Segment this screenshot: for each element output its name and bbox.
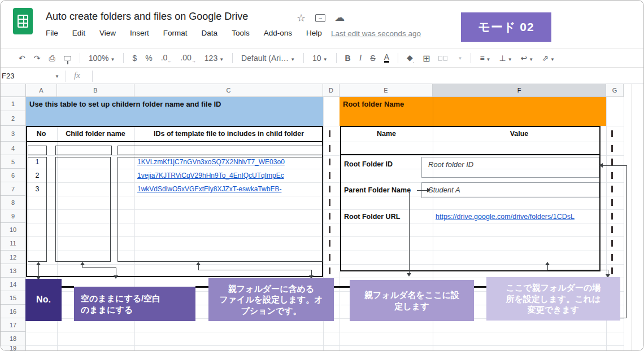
row-header-6[interactable]: 6 [1, 169, 26, 182]
annotation-no: No. [25, 279, 62, 321]
right-table-banner-cell[interactable]: Root folder Name [340, 97, 606, 126]
column-header-e[interactable]: E [340, 84, 433, 97]
row-header-18[interactable]: 18 [1, 332, 26, 345]
sheets-logo-icon[interactable] [13, 8, 33, 34]
right-table-header-rule [340, 154, 601, 155]
paint-format-icon[interactable] [64, 56, 71, 60]
left-table-header-rule [26, 141, 323, 142]
redo-icon[interactable]: ↷ [34, 54, 41, 63]
mode-badge: モード 02 [461, 12, 551, 42]
row-header-8[interactable]: 8 [1, 196, 26, 209]
increase-decimal-button[interactable]: .00→ [180, 53, 195, 64]
horizontal-align-icon[interactable]: ≡▼ [480, 54, 490, 63]
menu-item-edit[interactable]: Edit [72, 29, 85, 37]
menu-item-add-ons[interactable]: Add-ons [264, 29, 292, 37]
parent-folder-name-value[interactable]: Student A [428, 186, 460, 194]
star-icon[interactable]: ☆ [297, 12, 306, 24]
select-all-corner[interactable] [1, 84, 26, 97]
vertical-align-icon[interactable]: ⊥▼ [499, 54, 512, 63]
template-file-link-2[interactable]: 1vejia7KJTRViCqV29hHn9To_4EnIQcUTqImpEc [137, 172, 321, 179]
last-edit-status[interactable]: Last edit was seconds ago [331, 29, 421, 38]
row-header-15[interactable]: 15 [1, 291, 26, 305]
cloud-status-icon: ☁ [334, 11, 345, 24]
template-file-link-1[interactable]: 1KVLzmKf1jC7nGVn3xoSQ7X2NhlvT7_WE03o0 [137, 158, 321, 166]
zoom-select[interactable]: 100%▼ [89, 54, 115, 63]
column-header-c[interactable]: C [134, 84, 323, 97]
annotation-parent-name: 親フォルダ名をここに設 定します [350, 280, 474, 321]
spreadsheet-grid[interactable]: Use this table to set up childern folder… [1, 84, 644, 351]
row-header-9[interactable]: 9 [1, 209, 26, 223]
annotation-chain [62, 286, 74, 288]
strikethrough-button[interactable]: S [370, 54, 375, 63]
row-header-5[interactable]: 5 [1, 155, 26, 169]
root-folder-id-value[interactable]: Root folder ID [428, 160, 473, 169]
text-rotation-icon[interactable]: ⇗▼ [542, 54, 555, 63]
name-box-caret-icon[interactable]: ▼ [55, 74, 59, 79]
bold-button[interactable]: B [345, 54, 351, 63]
right-table-border [340, 126, 601, 271]
menu-item-format[interactable]: Format [163, 29, 188, 37]
column-header-b[interactable]: B [57, 84, 134, 97]
document-title[interactable]: Auto create folders and files on Google … [46, 11, 248, 23]
text-wrap-icon[interactable]: ↩▼ [521, 54, 534, 63]
font-select[interactable]: Default (Ari…▼ [241, 54, 295, 63]
row-header-3[interactable]: 3 [1, 126, 26, 142]
row-header-2[interactable]: 2 [1, 111, 26, 126]
borders-icon[interactable]: ⊞ [423, 53, 430, 64]
menu-item-data[interactable]: Data [202, 29, 218, 37]
fill-color-icon[interactable]: ◆. [407, 53, 414, 64]
sheet-right-edge [632, 84, 632, 351]
menu-item-view[interactable]: View [99, 29, 116, 37]
menu-item-insert[interactable]: Insert [130, 29, 149, 37]
menu-item-file[interactable]: File [46, 29, 58, 37]
column-header-d[interactable]: D [323, 84, 340, 97]
text-color-button[interactable]: A [384, 54, 389, 63]
row-no-2[interactable]: 2 [36, 172, 40, 179]
annotation-files-option: 親フォルダーに含める ファイルを設定します。オ プションです。 [208, 278, 334, 321]
row-no-3[interactable]: 3 [36, 185, 40, 193]
header-template-ids: IDs of template file to includes in chil… [154, 130, 304, 138]
label-root-folder-id: Root Folder ID [344, 160, 393, 168]
column-header-g[interactable]: G [606, 84, 624, 97]
row-header-10[interactable]: 10 [1, 223, 26, 236]
currency-format-button[interactable]: $ [132, 54, 137, 63]
app-window: Auto create folders and files on Google … [0, 0, 644, 351]
name-box[interactable]: F23 [2, 72, 14, 80]
font-size-select[interactable]: 10▼ [312, 54, 328, 63]
annotation-parent-location: ここで親フォルダーの場 所を設定します。これは 変更できます [486, 277, 620, 321]
row-header-16[interactable]: 16 [1, 305, 26, 318]
merge-cells-icon[interactable] [438, 56, 447, 61]
print-icon[interactable]: ⎙ [49, 54, 55, 63]
decrease-decimal-button[interactable]: .0← [161, 53, 172, 64]
move-to-folder-icon[interactable]: → [315, 14, 325, 22]
template-file-link-3[interactable]: 1wkVdSdiwO5xVGFxtFIy8XJZxT-eswkaTwbEB- [137, 185, 321, 193]
row-header-14[interactable]: 14 [1, 278, 26, 291]
bracket-note-to-id-box [603, 165, 626, 166]
menu-item-help[interactable]: Help [306, 29, 322, 37]
column-header-f[interactable]: F [433, 84, 606, 97]
row-no-1[interactable]: 1 [36, 158, 40, 166]
left-table-banner-text: Use this table to set up childern folder… [29, 100, 221, 108]
col-a-row4-box [28, 146, 47, 155]
row-header-12[interactable]: 12 [1, 251, 26, 264]
row-header-4[interactable]: 4 [1, 142, 26, 155]
italic-button[interactable]: I [359, 54, 362, 63]
row-header-7[interactable]: 7 [1, 182, 26, 196]
menu-item-tools[interactable]: Tools [232, 29, 250, 37]
header-child-folder-name: Child folder name [66, 130, 125, 138]
left-table-banner-cell[interactable]: Use this table to set up childern folder… [26, 97, 323, 126]
connector-value-to-location-note [547, 270, 608, 270]
row-header-17[interactable]: 17 [1, 318, 26, 332]
more-formats-button[interactable]: 123▼ [204, 54, 224, 63]
row-header-1[interactable]: 1 [1, 97, 26, 111]
column-header-a[interactable]: A [26, 84, 57, 97]
row-header-19[interactable]: 19 [1, 345, 26, 351]
row-header-13[interactable]: 13 [1, 264, 26, 278]
undo-icon[interactable]: ↶ [19, 54, 25, 63]
root-folder-url-link[interactable]: https://drive.google.com/drive/folders/1… [436, 213, 599, 221]
connector-b-to-blank-note [82, 267, 116, 268]
formula-bar: F23 ▼ fx [1, 68, 644, 84]
percent-format-button[interactable]: % [145, 54, 152, 63]
row-header-11[interactable]: 11 [1, 236, 26, 251]
header-no: No [37, 130, 46, 138]
